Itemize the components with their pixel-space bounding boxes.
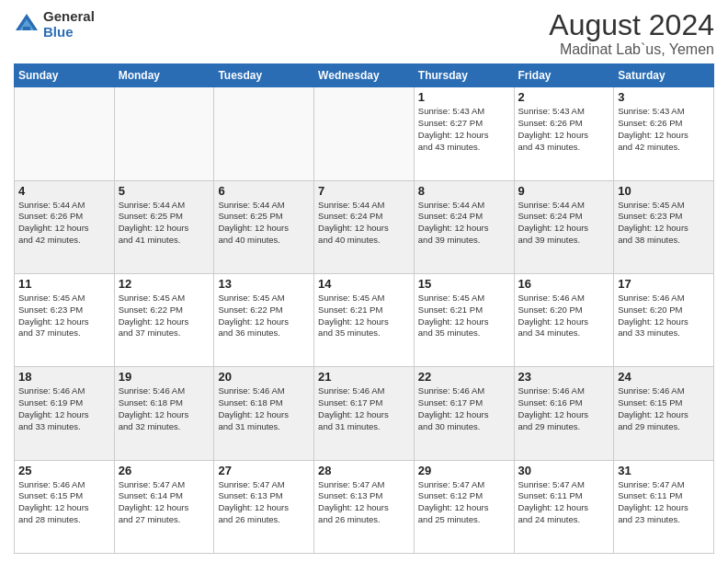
day-info: Sunrise: 5:47 AM Sunset: 6:12 PM Dayligh… (418, 479, 510, 526)
day-info: Sunrise: 5:46 AM Sunset: 6:19 PM Dayligh… (18, 385, 110, 432)
calendar-week-5: 25Sunrise: 5:46 AM Sunset: 6:15 PM Dayli… (15, 460, 714, 553)
day-info: Sunrise: 5:47 AM Sunset: 6:13 PM Dayligh… (318, 479, 410, 526)
day-header-monday: Monday (114, 64, 214, 87)
day-info: Sunrise: 5:45 AM Sunset: 6:23 PM Dayligh… (618, 200, 710, 247)
day-info: Sunrise: 5:46 AM Sunset: 6:16 PM Dayligh… (518, 385, 610, 432)
calendar-cell: 17Sunrise: 5:46 AM Sunset: 6:20 PM Dayli… (614, 273, 714, 366)
day-number: 7 (318, 184, 410, 198)
calendar-cell: 22Sunrise: 5:46 AM Sunset: 6:17 PM Dayli… (414, 367, 514, 460)
calendar-cell (314, 87, 415, 180)
day-number: 15 (418, 277, 510, 291)
calendar-cell: 15Sunrise: 5:45 AM Sunset: 6:21 PM Dayli… (414, 273, 514, 366)
calendar-cell: 28Sunrise: 5:47 AM Sunset: 6:13 PM Dayli… (314, 460, 415, 553)
day-info: Sunrise: 5:44 AM Sunset: 6:24 PM Dayligh… (318, 200, 410, 247)
day-info: Sunrise: 5:45 AM Sunset: 6:23 PM Dayligh… (18, 293, 110, 339)
day-info: Sunrise: 5:46 AM Sunset: 6:18 PM Dayligh… (119, 385, 210, 432)
calendar-week-1: 1Sunrise: 5:43 AM Sunset: 6:27 PM Daylig… (15, 87, 714, 180)
day-info: Sunrise: 5:47 AM Sunset: 6:14 PM Dayligh… (119, 479, 210, 526)
calendar-cell: 1Sunrise: 5:43 AM Sunset: 6:27 PM Daylig… (414, 87, 514, 180)
day-info: Sunrise: 5:43 AM Sunset: 6:26 PM Dayligh… (518, 106, 610, 153)
calendar-cell: 23Sunrise: 5:46 AM Sunset: 6:16 PM Dayli… (514, 367, 614, 460)
day-number: 31 (618, 464, 710, 477)
day-info: Sunrise: 5:47 AM Sunset: 6:11 PM Dayligh… (618, 479, 710, 526)
day-info: Sunrise: 5:44 AM Sunset: 6:25 PM Dayligh… (218, 200, 310, 247)
title-block: August 2024 Madinat Lab`us, Yemen (549, 9, 714, 58)
calendar-cell: 14Sunrise: 5:45 AM Sunset: 6:21 PM Dayli… (314, 273, 415, 366)
day-header-thursday: Thursday (414, 64, 514, 87)
day-info: Sunrise: 5:45 AM Sunset: 6:21 PM Dayligh… (318, 293, 410, 339)
calendar-cell: 24Sunrise: 5:46 AM Sunset: 6:15 PM Dayli… (614, 367, 714, 460)
calendar-cell: 11Sunrise: 5:45 AM Sunset: 6:23 PM Dayli… (15, 273, 115, 366)
day-number: 11 (18, 277, 110, 291)
calendar-cell: 8Sunrise: 5:44 AM Sunset: 6:24 PM Daylig… (414, 180, 514, 273)
calendar-cell: 21Sunrise: 5:46 AM Sunset: 6:17 PM Dayli… (314, 367, 415, 460)
day-number: 30 (518, 464, 610, 477)
day-info: Sunrise: 5:43 AM Sunset: 6:26 PM Dayligh… (618, 106, 710, 153)
day-number: 17 (618, 277, 710, 291)
day-number: 12 (119, 277, 210, 291)
day-info: Sunrise: 5:46 AM Sunset: 6:15 PM Dayligh… (618, 385, 710, 432)
day-info: Sunrise: 5:45 AM Sunset: 6:22 PM Dayligh… (218, 293, 310, 339)
day-info: Sunrise: 5:47 AM Sunset: 6:13 PM Dayligh… (218, 479, 310, 526)
day-number: 2 (518, 90, 610, 104)
day-info: Sunrise: 5:44 AM Sunset: 6:24 PM Dayligh… (518, 200, 610, 247)
logo-text: General Blue (43, 9, 95, 40)
day-info: Sunrise: 5:45 AM Sunset: 6:21 PM Dayligh… (418, 293, 510, 339)
day-header-wednesday: Wednesday (314, 64, 415, 87)
day-header-friday: Friday (514, 64, 614, 87)
calendar-cell: 31Sunrise: 5:47 AM Sunset: 6:11 PM Dayli… (614, 460, 714, 553)
day-info: Sunrise: 5:46 AM Sunset: 6:15 PM Dayligh… (18, 479, 110, 526)
day-number: 26 (119, 464, 210, 477)
day-number: 8 (418, 184, 510, 198)
logo-icon (14, 12, 40, 38)
day-number: 18 (18, 370, 110, 384)
day-number: 20 (218, 370, 310, 384)
day-header-tuesday: Tuesday (214, 64, 314, 87)
day-number: 27 (218, 464, 310, 477)
calendar-cell: 3Sunrise: 5:43 AM Sunset: 6:26 PM Daylig… (614, 87, 714, 180)
calendar-cell: 20Sunrise: 5:46 AM Sunset: 6:18 PM Dayli… (214, 367, 314, 460)
sub-title: Madinat Lab`us, Yemen (549, 41, 714, 58)
calendar-cell: 6Sunrise: 5:44 AM Sunset: 6:25 PM Daylig… (214, 180, 314, 273)
day-info: Sunrise: 5:46 AM Sunset: 6:17 PM Dayligh… (318, 385, 410, 432)
calendar-cell (15, 87, 115, 180)
calendar-table: SundayMondayTuesdayWednesdayThursdayFrid… (14, 63, 714, 554)
day-info: Sunrise: 5:46 AM Sunset: 6:17 PM Dayligh… (418, 385, 510, 432)
day-number: 28 (318, 464, 410, 477)
header: General Blue August 2024 Madinat Lab`us,… (14, 9, 714, 58)
day-info: Sunrise: 5:44 AM Sunset: 6:24 PM Dayligh… (418, 200, 510, 247)
calendar-cell: 4Sunrise: 5:44 AM Sunset: 6:26 PM Daylig… (15, 180, 115, 273)
day-number: 1 (418, 90, 510, 104)
calendar-cell: 13Sunrise: 5:45 AM Sunset: 6:22 PM Dayli… (214, 273, 314, 366)
day-number: 4 (18, 184, 110, 198)
logo-blue-text: Blue (43, 25, 95, 40)
day-number: 24 (618, 370, 710, 384)
day-number: 9 (518, 184, 610, 198)
day-info: Sunrise: 5:44 AM Sunset: 6:26 PM Dayligh… (18, 200, 110, 247)
svg-rect-2 (23, 27, 30, 30)
day-info: Sunrise: 5:46 AM Sunset: 6:20 PM Dayligh… (618, 293, 710, 339)
calendar-cell: 30Sunrise: 5:47 AM Sunset: 6:11 PM Dayli… (514, 460, 614, 553)
calendar-cell: 29Sunrise: 5:47 AM Sunset: 6:12 PM Dayli… (414, 460, 514, 553)
day-number: 23 (518, 370, 610, 384)
day-info: Sunrise: 5:43 AM Sunset: 6:27 PM Dayligh… (418, 106, 510, 153)
calendar-cell: 25Sunrise: 5:46 AM Sunset: 6:15 PM Dayli… (15, 460, 115, 553)
day-number: 13 (218, 277, 310, 291)
day-info: Sunrise: 5:47 AM Sunset: 6:11 PM Dayligh… (518, 479, 610, 526)
logo: General Blue (14, 9, 95, 40)
day-info: Sunrise: 5:46 AM Sunset: 6:18 PM Dayligh… (218, 385, 310, 432)
day-header-saturday: Saturday (614, 64, 714, 87)
calendar-cell: 12Sunrise: 5:45 AM Sunset: 6:22 PM Dayli… (114, 273, 214, 366)
calendar-cell: 16Sunrise: 5:46 AM Sunset: 6:20 PM Dayli… (514, 273, 614, 366)
day-number: 19 (119, 370, 210, 384)
calendar-cell: 9Sunrise: 5:44 AM Sunset: 6:24 PM Daylig… (514, 180, 614, 273)
day-number: 25 (18, 464, 110, 477)
calendar-week-2: 4Sunrise: 5:44 AM Sunset: 6:26 PM Daylig… (15, 180, 714, 273)
main-title: August 2024 (549, 9, 714, 41)
calendar-cell: 26Sunrise: 5:47 AM Sunset: 6:14 PM Dayli… (114, 460, 214, 553)
calendar-week-4: 18Sunrise: 5:46 AM Sunset: 6:19 PM Dayli… (15, 367, 714, 460)
calendar-cell: 27Sunrise: 5:47 AM Sunset: 6:13 PM Dayli… (214, 460, 314, 553)
day-number: 21 (318, 370, 410, 384)
calendar-cell (114, 87, 214, 180)
day-header-sunday: Sunday (15, 64, 115, 87)
